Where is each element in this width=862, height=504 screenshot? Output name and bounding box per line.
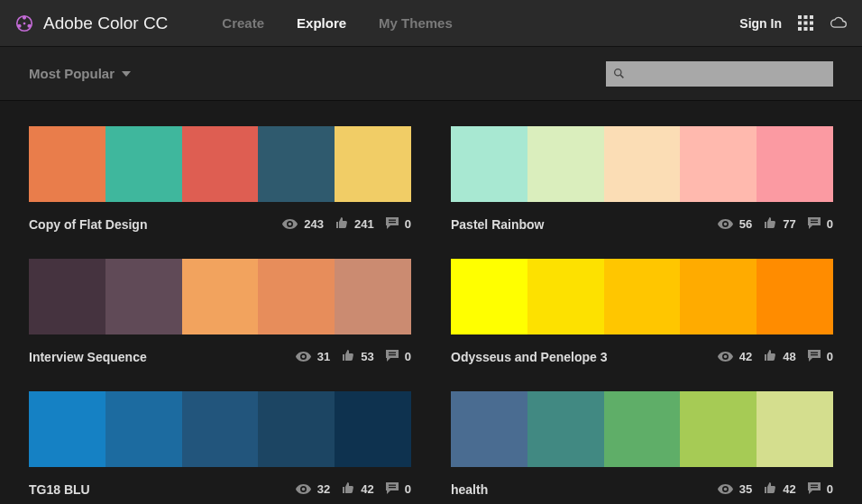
color-swatch[interactable] bbox=[29, 259, 105, 334]
svg-rect-27 bbox=[811, 354, 818, 355]
svg-point-3 bbox=[17, 23, 21, 27]
svg-rect-5 bbox=[798, 15, 802, 19]
theme-meta: Interview Sequence31530 bbox=[29, 349, 411, 364]
svg-rect-7 bbox=[810, 15, 813, 19]
theme-title[interactable]: health bbox=[451, 482, 718, 497]
likes-count: 53 bbox=[361, 350, 373, 363]
svg-point-19 bbox=[724, 222, 728, 225]
search-box[interactable] bbox=[606, 61, 833, 87]
color-swatch[interactable] bbox=[182, 259, 259, 334]
svg-rect-11 bbox=[798, 27, 802, 31]
theme-card: Pastel Rainbow56770 bbox=[451, 126, 833, 232]
views-icon bbox=[296, 482, 311, 497]
theme-meta: TG18 BLU32420 bbox=[29, 481, 411, 497]
color-swatch[interactable] bbox=[680, 126, 757, 202]
theme-meta: Copy of Flat Design2432410 bbox=[29, 216, 411, 232]
sort-dropdown[interactable]: Most Popular bbox=[29, 66, 131, 81]
swatch-row[interactable] bbox=[29, 391, 411, 467]
color-swatch[interactable] bbox=[527, 126, 604, 202]
apps-grid-icon[interactable] bbox=[798, 15, 813, 31]
likes-icon bbox=[342, 349, 354, 364]
nav-mythemes[interactable]: My Themes bbox=[379, 15, 453, 31]
color-swatch[interactable] bbox=[105, 391, 182, 467]
color-swatch[interactable] bbox=[604, 126, 681, 202]
search-input[interactable] bbox=[630, 67, 826, 81]
color-swatch[interactable] bbox=[182, 391, 259, 467]
chevron-down-icon bbox=[122, 71, 131, 77]
color-swatch[interactable] bbox=[258, 391, 335, 467]
color-swatch[interactable] bbox=[757, 126, 833, 202]
color-swatch[interactable] bbox=[680, 259, 757, 334]
theme-stats: 56770 bbox=[718, 216, 833, 232]
svg-point-2 bbox=[27, 23, 31, 27]
svg-rect-10 bbox=[810, 22, 813, 25]
sort-label: Most Popular bbox=[29, 66, 115, 81]
theme-stats: 32420 bbox=[296, 481, 411, 497]
swatch-row[interactable] bbox=[29, 126, 411, 202]
svg-point-31 bbox=[724, 487, 728, 490]
likes-icon bbox=[342, 481, 354, 497]
color-swatch[interactable] bbox=[258, 259, 335, 334]
views-count: 56 bbox=[739, 217, 752, 231]
theme-title[interactable]: Copy of Flat Design bbox=[29, 217, 282, 232]
views-icon bbox=[718, 350, 733, 364]
theme-stats: 35420 bbox=[718, 481, 833, 497]
color-swatch[interactable] bbox=[757, 259, 833, 334]
likes-count: 42 bbox=[783, 482, 795, 496]
svg-line-15 bbox=[620, 75, 623, 78]
swatch-row[interactable] bbox=[29, 259, 411, 334]
views-count: 32 bbox=[317, 482, 330, 496]
theme-stats: 2432410 bbox=[282, 216, 411, 232]
theme-title[interactable]: Pastel Rainbow bbox=[451, 217, 718, 232]
color-swatch[interactable] bbox=[29, 126, 105, 202]
color-swatch[interactable] bbox=[29, 391, 105, 467]
svg-rect-13 bbox=[810, 27, 813, 31]
comments-count: 0 bbox=[827, 350, 833, 363]
color-swatch[interactable] bbox=[527, 259, 604, 334]
color-swatch[interactable] bbox=[680, 391, 757, 467]
color-swatch[interactable] bbox=[258, 126, 335, 202]
color-swatch[interactable] bbox=[451, 126, 527, 202]
likes-icon bbox=[764, 216, 776, 232]
app-name: Adobe Color CC bbox=[43, 14, 168, 33]
color-swatch[interactable] bbox=[604, 259, 681, 334]
theme-title[interactable]: TG18 BLU bbox=[29, 482, 296, 497]
color-swatch[interactable] bbox=[757, 391, 833, 467]
comments-count: 0 bbox=[827, 217, 833, 231]
color-swatch[interactable] bbox=[451, 391, 527, 467]
nav-create[interactable]: Create bbox=[222, 15, 264, 31]
svg-point-25 bbox=[724, 354, 728, 358]
nav-explore[interactable]: Explore bbox=[297, 15, 346, 31]
comments-icon bbox=[386, 482, 399, 497]
logo[interactable]: Adobe Color CC bbox=[14, 14, 168, 33]
comments-icon bbox=[386, 217, 399, 232]
color-swatch[interactable] bbox=[604, 391, 681, 467]
signin-link[interactable]: Sign In bbox=[739, 16, 782, 31]
themes-grid: Copy of Flat Design2432410Pastel Rainbow… bbox=[0, 101, 862, 497]
color-swatch[interactable] bbox=[335, 126, 411, 202]
color-swatch[interactable] bbox=[105, 126, 182, 202]
theme-title[interactable]: Interview Sequence bbox=[29, 350, 296, 364]
theme-title[interactable]: Odysseus and Penelope 3 bbox=[451, 350, 718, 364]
color-swatch[interactable] bbox=[335, 391, 411, 467]
comments-icon bbox=[808, 217, 821, 232]
svg-rect-23 bbox=[389, 352, 396, 353]
svg-rect-17 bbox=[389, 219, 396, 220]
creative-cloud-icon[interactable] bbox=[830, 14, 848, 32]
likes-icon bbox=[335, 216, 348, 232]
likes-icon bbox=[764, 349, 776, 364]
svg-rect-32 bbox=[811, 484, 818, 485]
theme-card: TG18 BLU32420 bbox=[29, 391, 411, 497]
swatch-row[interactable] bbox=[451, 126, 833, 202]
color-swatch[interactable] bbox=[335, 259, 411, 334]
swatch-row[interactable] bbox=[451, 259, 833, 334]
color-swatch[interactable] bbox=[105, 259, 182, 334]
likes-count: 42 bbox=[361, 482, 373, 496]
theme-meta: Odysseus and Penelope 342480 bbox=[451, 349, 833, 364]
color-swatch[interactable] bbox=[451, 259, 527, 334]
color-swatch[interactable] bbox=[527, 391, 604, 467]
views-count: 243 bbox=[304, 217, 324, 231]
color-swatch[interactable] bbox=[182, 126, 259, 202]
likes-count: 77 bbox=[783, 217, 795, 231]
swatch-row[interactable] bbox=[451, 391, 833, 467]
